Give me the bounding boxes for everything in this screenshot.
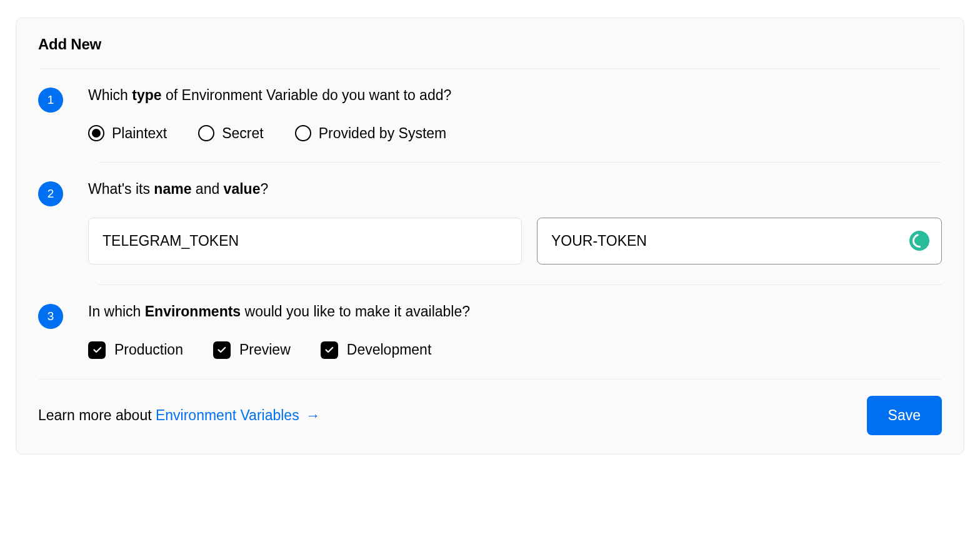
step-2-body: What's its name and value? bbox=[88, 180, 942, 264]
card-footer: Learn more about Environment Variables →… bbox=[16, 380, 964, 454]
step-2-title: What's its name and value? bbox=[88, 180, 942, 199]
value-input-wrap bbox=[537, 218, 942, 264]
step-3-body: In which Environments would you like to … bbox=[88, 303, 942, 359]
checkbox-development[interactable]: Development bbox=[321, 341, 432, 359]
checkbox-icon bbox=[213, 341, 231, 359]
checkbox-label: Production bbox=[114, 341, 183, 358]
radio-plaintext[interactable]: Plaintext bbox=[88, 125, 167, 142]
checkbox-production[interactable]: Production bbox=[88, 341, 183, 359]
step-1-body: Which type of Environment Variable do yo… bbox=[88, 86, 942, 142]
name-value-row bbox=[88, 218, 942, 264]
name-input[interactable] bbox=[88, 218, 522, 264]
learn-more-text: Learn more about Environment Variables → bbox=[38, 407, 320, 424]
step-1-title: Which type of Environment Variable do yo… bbox=[88, 86, 942, 105]
checkbox-preview[interactable]: Preview bbox=[213, 341, 291, 359]
step-2: 2 What's its name and value? bbox=[16, 163, 964, 285]
radio-icon bbox=[295, 125, 311, 141]
radio-label: Plaintext bbox=[112, 125, 167, 142]
save-button[interactable]: Save bbox=[867, 396, 942, 435]
radio-secret[interactable]: Secret bbox=[198, 125, 263, 142]
step-badge-2: 2 bbox=[38, 181, 63, 206]
environments-checkbox-group: Production Preview Development bbox=[88, 341, 942, 359]
radio-label: Provided by System bbox=[319, 125, 447, 142]
step-3: 3 In which Environments would you like t… bbox=[16, 285, 964, 379]
step-badge-1: 1 bbox=[38, 88, 63, 113]
type-radio-group: Plaintext Secret Provided by System bbox=[88, 125, 942, 142]
radio-icon bbox=[198, 125, 214, 141]
radio-icon bbox=[88, 125, 104, 141]
environment-variables-link[interactable]: Environment Variables bbox=[156, 407, 299, 423]
checkbox-label: Preview bbox=[239, 341, 291, 358]
step-badge-3: 3 bbox=[38, 304, 63, 329]
card-title: Add New bbox=[38, 36, 942, 53]
card-header: Add New bbox=[16, 18, 964, 68]
step-1: 1 Which type of Environment Variable do … bbox=[16, 69, 964, 162]
radio-provided-by-system[interactable]: Provided by System bbox=[295, 125, 447, 142]
arrow-right-icon: → bbox=[302, 407, 320, 423]
loading-icon bbox=[909, 231, 929, 251]
checkbox-icon bbox=[321, 341, 338, 359]
radio-label: Secret bbox=[222, 125, 263, 142]
step-3-title: In which Environments would you like to … bbox=[88, 303, 942, 321]
checkbox-icon bbox=[88, 341, 106, 359]
value-input[interactable] bbox=[537, 218, 942, 264]
add-env-var-card: Add New 1 Which type of Environment Vari… bbox=[16, 18, 964, 455]
checkbox-label: Development bbox=[347, 341, 432, 358]
